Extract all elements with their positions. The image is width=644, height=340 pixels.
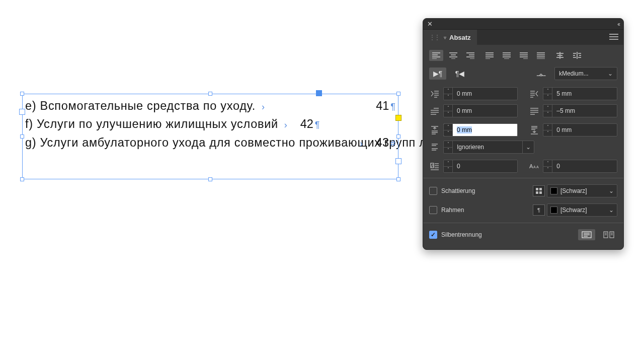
- hyphenation-checkbox[interactable]: [429, 231, 437, 239]
- hyphenation-row: Silbentrennung: [429, 229, 617, 240]
- kashida-icon: ـمـ: [532, 68, 549, 79]
- drop-cap-chars-field[interactable]: [552, 160, 617, 172]
- right-indent-field[interactable]: [552, 88, 617, 100]
- kashida-select[interactable]: kMedium... ⌄: [554, 67, 617, 80]
- left-indent-field[interactable]: [453, 88, 517, 100]
- step-down-icon[interactable]: ˅: [543, 167, 552, 173]
- first-line-indent-field[interactable]: [453, 105, 517, 117]
- shading-color-select[interactable]: [Schwarz] ⌄: [547, 184, 617, 197]
- step-up-icon[interactable]: ˄: [444, 141, 452, 148]
- align-center-button[interactable]: [446, 50, 460, 61]
- align-right-button[interactable]: [463, 50, 477, 61]
- toc-text[interactable]: g) Услуги амбулаторного ухода для совмес…: [25, 133, 395, 152]
- border-checkbox[interactable]: [429, 206, 437, 214]
- paragraph-direction-rtl-button[interactable]: ¶◀: [451, 67, 468, 80]
- step-down-icon[interactable]: ˅: [444, 130, 452, 137]
- drop-cap-chars-input[interactable]: ˄˅: [543, 160, 617, 173]
- right-indent-input[interactable]: ˄˅: [543, 87, 617, 100]
- justify-right-button[interactable]: [517, 50, 531, 61]
- text-frame-content[interactable]: e) Вспомогательные средства по уходу. › …: [25, 97, 395, 152]
- collapse-icon[interactable]: ‹‹: [617, 21, 619, 28]
- border-options-button[interactable]: ¶: [533, 205, 545, 216]
- align-left-button[interactable]: [429, 50, 443, 61]
- toc-line[interactable]: f) Услуги по улучшению жилищных условий …: [25, 115, 395, 133]
- grip-icon: ⋮⋮: [429, 34, 439, 41]
- step-up-icon[interactable]: ˄: [444, 124, 452, 130]
- border-color-select[interactable]: [Schwarz] ⌄: [547, 203, 617, 217]
- out-port[interactable]: [395, 158, 401, 164]
- space-before-input[interactable]: ˄˅: [443, 123, 518, 137]
- step-down-icon[interactable]: ˅: [543, 130, 552, 137]
- resize-handle[interactable]: [396, 134, 400, 139]
- space-after-field[interactable]: [552, 124, 617, 136]
- last-line-indent-input[interactable]: ˄˅: [543, 104, 617, 117]
- paragraph-direction-ltr-button[interactable]: ▶¶: [429, 67, 446, 80]
- step-up-icon[interactable]: ˄: [444, 88, 452, 94]
- resize-handle[interactable]: [208, 92, 212, 96]
- paragraph-panel: ✕ ‹‹ ⋮⋮ ▿ Absatz: [423, 18, 624, 250]
- kashida-value: kMedium...: [559, 70, 589, 77]
- space-between-field[interactable]: [453, 141, 522, 153]
- resize-handle[interactable]: [396, 92, 400, 96]
- panel-menu-icon[interactable]: [609, 34, 623, 41]
- overset-indicator[interactable]: [395, 115, 401, 121]
- chevron-down-icon: ⌄: [609, 207, 614, 214]
- step-down-icon[interactable]: ˅: [444, 94, 452, 100]
- in-port[interactable]: [19, 109, 25, 115]
- justify-all-button[interactable]: [534, 50, 548, 61]
- last-line-indent-field[interactable]: [552, 105, 617, 117]
- justify-left-button[interactable]: [482, 50, 497, 61]
- step-up-icon[interactable]: ˄: [543, 124, 552, 130]
- text-frame[interactable]: e) Вспомогательные средства по уходу. › …: [22, 94, 398, 179]
- resize-handle[interactable]: [20, 134, 24, 139]
- drop-cap-lines-input[interactable]: ˄˅: [443, 160, 518, 173]
- close-icon[interactable]: ✕: [427, 20, 433, 28]
- left-indent-input[interactable]: ˄˅: [443, 87, 518, 100]
- border-row: Rahmen ¶ [Schwarz] ⌄: [429, 203, 617, 217]
- step-up-icon[interactable]: ˄: [543, 160, 552, 167]
- resize-handle[interactable]: [20, 177, 24, 181]
- drop-cap-chars-icon: AAA: [529, 161, 540, 172]
- step-up-icon[interactable]: ˄: [543, 88, 552, 94]
- space-between-same-style-control: ˄˅ ⌄: [429, 141, 534, 154]
- resize-handle[interactable]: [20, 92, 24, 96]
- chevron-down-icon[interactable]: ⌄: [522, 141, 534, 153]
- last-line-indent-icon: [529, 105, 540, 116]
- alignment-row: [429, 50, 617, 61]
- svg-rect-83: [539, 188, 542, 190]
- svg-rect-82: [536, 188, 538, 190]
- first-line-indent-input[interactable]: ˄˅: [443, 104, 518, 117]
- step-down-icon[interactable]: ˅: [444, 111, 452, 117]
- shading-checkbox[interactable]: [429, 187, 437, 195]
- anchor-handle[interactable]: [316, 90, 322, 96]
- step-down-icon[interactable]: ˅: [444, 167, 452, 173]
- step-down-icon[interactable]: ˅: [543, 94, 552, 100]
- space-before-field[interactable]: [453, 124, 517, 136]
- align-towards-spine-button[interactable]: [553, 50, 567, 61]
- space-between-input[interactable]: ˄˅ ⌄: [443, 141, 534, 154]
- svg-rect-84: [536, 191, 538, 194]
- span-columns-button[interactable]: [600, 229, 617, 240]
- space-after-input[interactable]: ˄˅: [543, 123, 617, 137]
- toc-text[interactable]: e) Вспомогательные средства по уходу.: [25, 97, 256, 115]
- step-up-icon[interactable]: ˄: [444, 160, 452, 167]
- toc-text[interactable]: f) Услуги по улучшению жилищных условий: [25, 115, 278, 133]
- divider: [423, 178, 623, 178]
- right-indent-control: ˄˅: [529, 87, 617, 100]
- step-down-icon[interactable]: ˅: [543, 111, 552, 117]
- single-column-button[interactable]: [578, 229, 595, 240]
- toc-line[interactable]: g) Услуги амбулаторного ухода для совмес…: [25, 133, 395, 152]
- step-up-icon[interactable]: ˄: [444, 105, 452, 111]
- drop-cap-lines-field[interactable]: [453, 160, 517, 172]
- resize-handle[interactable]: [208, 177, 212, 181]
- resize-handle[interactable]: [396, 177, 400, 181]
- justify-center-button[interactable]: [500, 50, 514, 61]
- step-up-icon[interactable]: ˄: [543, 105, 552, 111]
- last-line-indent-control: ˄˅: [529, 104, 617, 117]
- align-away-spine-button[interactable]: [570, 50, 584, 61]
- panel-header[interactable]: ✕ ‹‹: [423, 19, 623, 30]
- step-down-icon[interactable]: ˅: [444, 148, 452, 154]
- shading-options-button[interactable]: [533, 185, 545, 196]
- toc-line[interactable]: e) Вспомогательные средства по уходу. › …: [25, 97, 395, 115]
- tab-paragraph[interactable]: ⋮⋮ ▿ Absatz: [423, 30, 477, 45]
